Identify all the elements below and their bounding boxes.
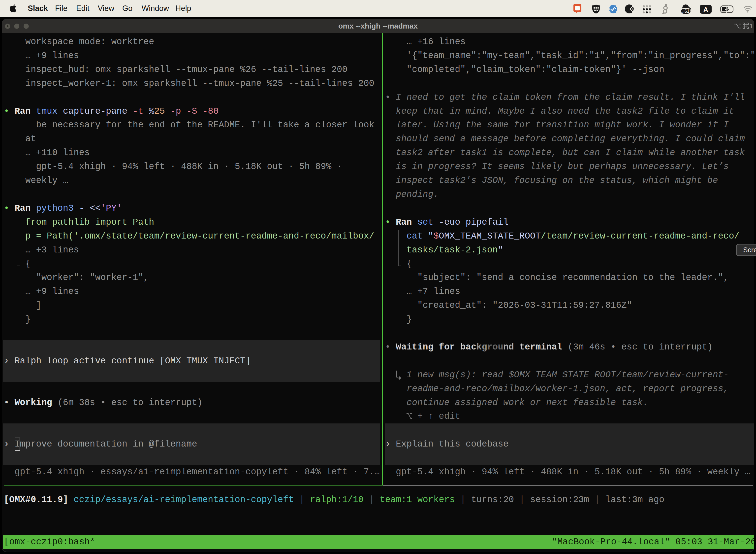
svg-text:A: A — [703, 6, 708, 13]
svg-text:1: 1 — [750, 22, 753, 30]
svg-text:..61: ..61 — [682, 9, 689, 14]
